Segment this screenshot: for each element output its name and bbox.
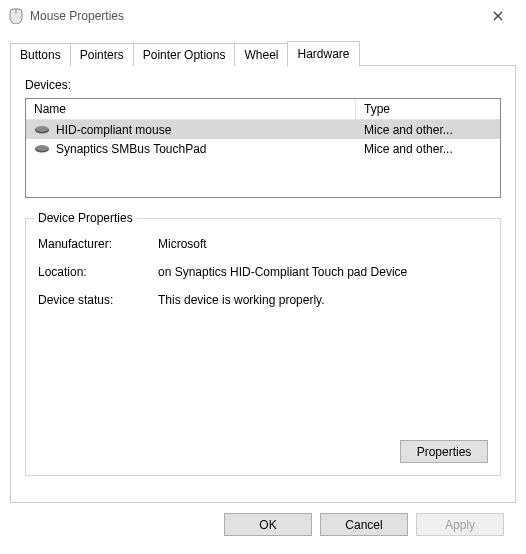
device-name-cell: Synaptics SMBus TouchPad — [26, 142, 356, 156]
tabstrip: Buttons Pointers Pointer Options Wheel H… — [10, 40, 516, 66]
status-label: Device status: — [38, 293, 158, 307]
tab-pointers[interactable]: Pointers — [70, 43, 134, 66]
device-list[interactable]: Name Type HID-compliant mouse Mice and o… — [25, 98, 501, 198]
column-header-type[interactable]: Type — [356, 99, 500, 119]
location-value: on Synaptics HID-Compliant Touch pad Dev… — [158, 265, 488, 279]
dialog-button-row: OK Cancel Apply — [10, 503, 516, 536]
device-name-text: HID-compliant mouse — [56, 123, 171, 137]
svg-point-1 — [36, 126, 49, 132]
device-row[interactable]: HID-compliant mouse Mice and other... — [26, 120, 500, 139]
ok-button[interactable]: OK — [224, 513, 312, 536]
cancel-button[interactable]: Cancel — [320, 513, 408, 536]
properties-button[interactable]: Properties — [400, 440, 488, 463]
mouse-icon — [8, 8, 24, 24]
tab-pointer-options[interactable]: Pointer Options — [133, 43, 236, 66]
device-row[interactable]: Synaptics SMBus TouchPad Mice and other.… — [26, 139, 500, 158]
mouse-device-icon — [34, 143, 50, 155]
device-type-cell: Mice and other... — [356, 123, 500, 137]
svg-point-3 — [36, 145, 49, 151]
column-header-name[interactable]: Name — [26, 99, 356, 119]
manufacturer-label: Manufacturer: — [38, 237, 158, 251]
devices-label: Devices: — [25, 78, 501, 92]
titlebar: Mouse Properties — [0, 0, 526, 32]
tab-panel-hardware: Devices: Name Type HID-compliant mouse M… — [10, 65, 516, 503]
device-properties-legend: Device Properties — [34, 211, 137, 225]
apply-button[interactable]: Apply — [416, 513, 504, 536]
location-label: Location: — [38, 265, 158, 279]
close-button[interactable] — [478, 2, 518, 30]
dialog-content: Buttons Pointers Pointer Options Wheel H… — [0, 32, 526, 546]
device-properties-group: Device Properties Manufacturer: Microsof… — [25, 218, 501, 476]
window-title: Mouse Properties — [30, 9, 478, 23]
manufacturer-value: Microsoft — [158, 237, 488, 251]
device-name-text: Synaptics SMBus TouchPad — [56, 142, 207, 156]
device-name-cell: HID-compliant mouse — [26, 123, 356, 137]
device-type-cell: Mice and other... — [356, 142, 500, 156]
tab-hardware[interactable]: Hardware — [287, 41, 359, 67]
mouse-device-icon — [34, 124, 50, 136]
status-value: This device is working properly. — [158, 293, 488, 307]
tab-wheel[interactable]: Wheel — [234, 43, 288, 66]
tab-buttons[interactable]: Buttons — [10, 43, 71, 66]
device-list-header: Name Type — [26, 99, 500, 120]
